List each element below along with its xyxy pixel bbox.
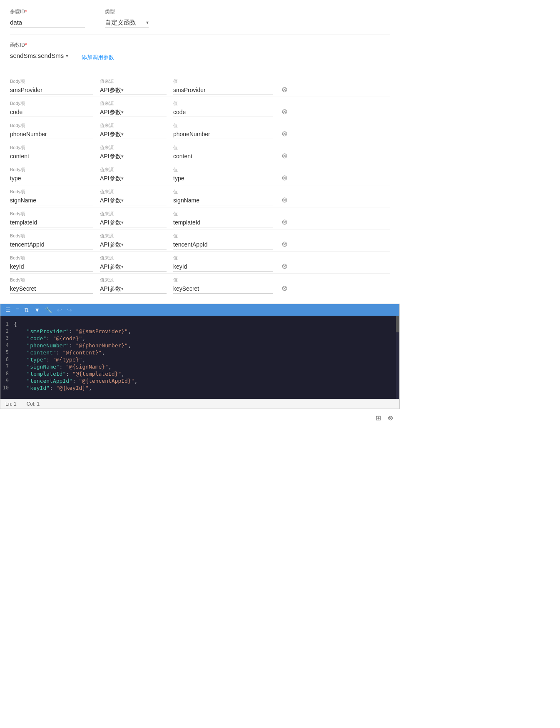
source-select-wrapper: API参数固定值变量 ▾ <box>100 284 167 294</box>
line-number: 2 <box>0 328 14 334</box>
value-input[interactable] <box>173 196 273 205</box>
body-key-input[interactable] <box>10 107 93 117</box>
value-label: 值 <box>173 145 273 151</box>
body-key-input[interactable] <box>10 240 93 249</box>
add-param-link[interactable]: 添加调用参数 <box>82 54 114 61</box>
source-label: 值来源 <box>100 189 167 195</box>
list-item: 6 "type": "@{type}", <box>0 356 399 363</box>
source-select[interactable]: API参数固定值变量 <box>100 285 121 292</box>
value-input[interactable] <box>173 240 273 249</box>
table-row: Body项 值来源 API参数固定值变量 ▾ 值 ⊗ <box>10 97 390 119</box>
value-input[interactable] <box>173 130 273 139</box>
source-select-wrapper: API参数固定值变量 ▾ <box>100 240 167 249</box>
source-field-4: 值来源 API参数固定值变量 ▾ <box>100 167 167 183</box>
value-label: 值 <box>173 211 273 217</box>
code-area[interactable]: 1{2 "smsProvider": "@{smsProvider}",3 "c… <box>0 316 399 399</box>
delete-button-0[interactable]: ⊗ <box>280 85 289 94</box>
toolbar-align-left-icon[interactable]: ☰ <box>5 307 11 313</box>
source-chevron-icon: ▾ <box>121 110 124 115</box>
source-select[interactable]: API参数固定值变量 <box>100 219 121 226</box>
list-item: 2 "smsProvider": "@{smsProvider}", <box>0 328 399 335</box>
value-field-0: 值 <box>173 78 273 95</box>
func-id-select[interactable]: sendSms:sendSms <box>10 52 64 59</box>
close-bottom-button[interactable]: ⊗ <box>388 414 393 422</box>
line-content: "keyId": "@{keyId}", <box>14 385 92 391</box>
line-content: "type": "@{type}", <box>14 357 85 363</box>
toolbar-align-right-icon[interactable]: ≡ <box>16 307 19 313</box>
func-select-wrapper: sendSms:sendSms ▾ <box>10 50 68 61</box>
body-key-input[interactable] <box>10 218 93 227</box>
body-key-input[interactable] <box>10 152 93 161</box>
source-chevron-icon: ▾ <box>121 176 124 181</box>
source-field-8: 值来源 API参数固定值变量 ▾ <box>100 255 167 272</box>
step-id-field: 步骤ID* <box>10 8 85 28</box>
delete-icon: ⊗ <box>281 151 288 160</box>
delete-button-6[interactable]: ⊗ <box>280 217 289 227</box>
source-label: 值来源 <box>100 122 167 129</box>
body-key-input[interactable] <box>10 284 93 294</box>
source-select[interactable]: API参数固定值变量 <box>100 197 121 204</box>
source-select[interactable]: API参数固定值变量 <box>100 241 121 248</box>
code-lines: 1{2 "smsProvider": "@{smsProvider}",3 "c… <box>0 319 399 393</box>
source-select[interactable]: API参数固定值变量 <box>100 153 121 160</box>
source-chevron-icon: ▾ <box>121 198 124 203</box>
value-input[interactable] <box>173 218 273 227</box>
table-row: Body项 值来源 API参数固定值变量 ▾ 值 ⊗ <box>10 252 390 274</box>
value-input[interactable] <box>173 107 273 117</box>
line-number: 7 <box>0 364 14 369</box>
table-row: Body项 值来源 API参数固定值变量 ▾ 值 ⊗ <box>10 119 390 141</box>
table-row: Body项 值来源 API参数固定值变量 ▾ 值 ⊗ <box>10 75 390 97</box>
delete-button-8[interactable]: ⊗ <box>280 262 289 271</box>
value-input[interactable] <box>173 262 273 272</box>
line-number: 6 <box>0 357 14 362</box>
line-number: 4 <box>0 342 14 348</box>
body-key-input[interactable] <box>10 262 93 272</box>
type-select[interactable]: 自定义函数HTTP请求条件判断 <box>105 19 144 26</box>
toolbar-filter-icon[interactable]: ▼ <box>34 307 40 313</box>
delete-button-9[interactable]: ⊗ <box>280 284 289 293</box>
table-row: Body项 值来源 API参数固定值变量 ▾ 值 ⊗ <box>10 163 390 185</box>
line-content: "content": "@{content}", <box>14 349 105 356</box>
delete-button-5[interactable]: ⊗ <box>280 195 289 204</box>
value-field-4: 值 <box>173 167 273 183</box>
delete-button-7[interactable]: ⊗ <box>280 239 289 249</box>
source-select[interactable]: API参数固定值变量 <box>100 109 121 115</box>
source-select[interactable]: API参数固定值变量 <box>100 175 121 182</box>
body-key-field-2: Body项 <box>10 122 93 139</box>
delete-button-1[interactable]: ⊗ <box>280 107 289 116</box>
value-input[interactable] <box>173 174 273 183</box>
body-label: Body项 <box>10 78 93 85</box>
body-rows-container: Body项 值来源 API参数固定值变量 ▾ 值 ⊗ Body项 值来源 API… <box>10 75 390 295</box>
value-field-8: 值 <box>173 255 273 272</box>
source-select[interactable]: API参数固定值变量 <box>100 263 121 270</box>
body-label: Body项 <box>10 189 93 195</box>
delete-button-2[interactable]: ⊗ <box>280 129 289 138</box>
body-key-input[interactable] <box>10 196 93 205</box>
type-field: 类型 自定义函数HTTP请求条件判断 ▾ <box>105 8 149 28</box>
table-row: Body项 值来源 API参数固定值变量 ▾ 值 ⊗ <box>10 185 390 207</box>
add-bottom-button[interactable]: ⊞ <box>376 414 381 422</box>
value-input[interactable] <box>173 284 273 294</box>
body-key-input[interactable] <box>10 174 93 183</box>
body-key-input[interactable] <box>10 85 93 95</box>
source-select[interactable]: API参数固定值变量 <box>100 87 121 93</box>
value-input[interactable] <box>173 152 273 161</box>
value-input[interactable] <box>173 85 273 95</box>
value-label: 值 <box>173 189 273 195</box>
toolbar-sort-icon[interactable]: ⇅ <box>24 307 29 313</box>
delete-button-4[interactable]: ⊗ <box>280 173 289 182</box>
value-field-9: 值 <box>173 277 273 294</box>
body-key-field-7: Body项 <box>10 233 93 249</box>
step-id-input[interactable] <box>10 17 85 28</box>
source-field-1: 值来源 API参数固定值变量 ▾ <box>100 100 167 117</box>
toolbar-wrench-icon[interactable]: 🔧 <box>45 307 52 313</box>
source-select-wrapper: API参数固定值变量 ▾ <box>100 196 167 205</box>
body-key-input[interactable] <box>10 130 93 139</box>
delete-button-3[interactable]: ⊗ <box>280 151 289 160</box>
body-label: Body项 <box>10 100 93 107</box>
source-select[interactable]: API参数固定值变量 <box>100 131 121 137</box>
list-item: 5 "content": "@{content}", <box>0 349 399 356</box>
code-editor-section: ☰ ≡ ⇅ ▼ 🔧 ↩ ↪ 1{2 "smsProvider": "@{smsP… <box>0 304 400 409</box>
source-chevron-icon: ▾ <box>121 132 124 137</box>
source-field-9: 值来源 API参数固定值变量 ▾ <box>100 277 167 294</box>
